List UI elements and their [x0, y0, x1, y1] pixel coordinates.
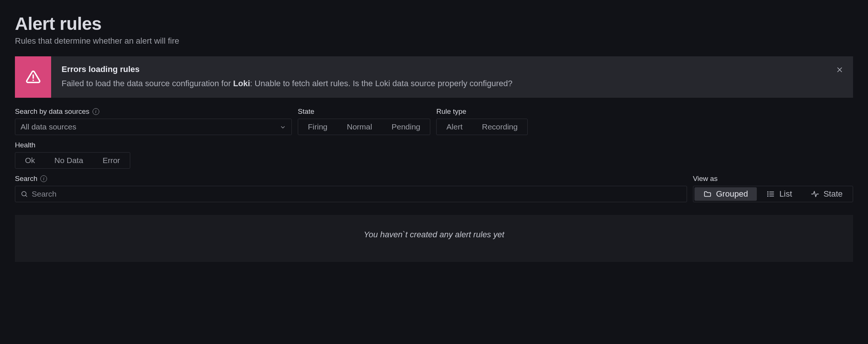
- svg-point-11: [768, 196, 768, 196]
- health-error-button[interactable]: Error: [93, 153, 130, 168]
- svg-point-9: [768, 191, 768, 192]
- folder-icon: [703, 190, 712, 198]
- search-input[interactable]: [32, 190, 681, 198]
- svg-line-5: [26, 195, 27, 197]
- viewas-list-label: List: [779, 189, 792, 199]
- search-box[interactable]: [15, 186, 687, 202]
- empty-state: You haven`t created any alert rules yet: [15, 215, 853, 262]
- state-firing-button[interactable]: Firing: [298, 119, 337, 135]
- close-icon[interactable]: [833, 63, 846, 76]
- viewas-grouped-button[interactable]: Grouped: [694, 187, 757, 201]
- alert-triangle-icon: [15, 56, 51, 98]
- health-ok-button[interactable]: Ok: [15, 153, 45, 168]
- error-banner-title: Errors loading rules: [62, 65, 843, 74]
- ruletype-filter-group: Alert Recording: [436, 119, 528, 135]
- error-msg-suffix: : Unable to fetch alert rules. Is the Lo…: [250, 79, 512, 88]
- health-nodata-button[interactable]: No Data: [45, 153, 93, 168]
- chevron-down-icon: [280, 123, 286, 130]
- viewas-state-button[interactable]: State: [802, 187, 852, 201]
- state-pending-button[interactable]: Pending: [382, 119, 430, 135]
- error-msg-bold: Loki: [233, 79, 250, 88]
- state-label: State: [298, 107, 314, 116]
- state-normal-button[interactable]: Normal: [337, 119, 382, 135]
- ruletype-alert-button[interactable]: Alert: [437, 119, 472, 135]
- health-filter-group: Ok No Data Error: [15, 152, 130, 169]
- viewas-label: View as: [693, 175, 718, 183]
- ruletype-label: Rule type: [436, 107, 466, 116]
- viewas-state-label: State: [824, 189, 843, 199]
- search-icon: [21, 190, 28, 198]
- info-icon[interactable]: i: [40, 175, 47, 182]
- viewas-grouped-label: Grouped: [716, 189, 748, 199]
- svg-point-4: [22, 191, 26, 196]
- list-icon: [766, 190, 775, 198]
- health-label: Health: [15, 141, 35, 149]
- svg-point-10: [768, 194, 768, 194]
- error-banner-message: Failed to load the data source configura…: [62, 78, 843, 90]
- search-label: Search: [15, 175, 37, 183]
- state-filter-group: Firing Normal Pending: [298, 119, 430, 135]
- page-subtitle: Rules that determine whether an alert wi…: [15, 36, 853, 46]
- ruletype-recording-button[interactable]: Recording: [472, 119, 527, 135]
- error-msg-prefix: Failed to load the data source configura…: [62, 79, 233, 88]
- datasources-selected: All data sources: [21, 122, 76, 131]
- datasources-label: Search by data sources: [15, 107, 90, 116]
- info-icon[interactable]: i: [93, 108, 99, 115]
- activity-icon: [811, 190, 819, 198]
- error-banner: Errors loading rules Failed to load the …: [15, 56, 853, 98]
- viewas-group: Grouped List State: [693, 186, 853, 202]
- page-title: Alert rules: [15, 13, 853, 34]
- datasources-select[interactable]: All data sources: [15, 119, 292, 135]
- viewas-list-button[interactable]: List: [758, 187, 801, 201]
